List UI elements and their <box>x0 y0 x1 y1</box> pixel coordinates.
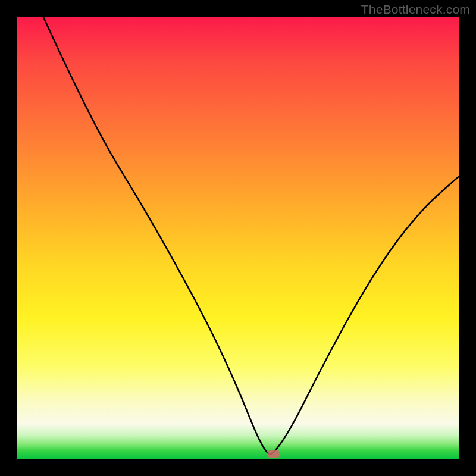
optimal-point-marker <box>267 450 280 458</box>
curve-path <box>43 17 459 454</box>
bottleneck-curve <box>17 17 459 459</box>
chart-frame: TheBottleneck.com <box>0 0 476 476</box>
plot-area <box>17 17 459 459</box>
watermark-text: TheBottleneck.com <box>361 2 470 17</box>
